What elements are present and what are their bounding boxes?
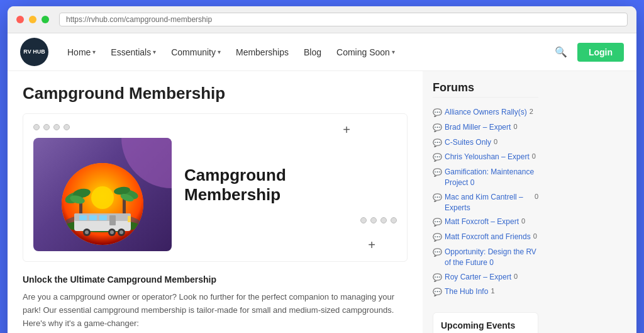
svg-rect-14 [79, 215, 87, 220]
nav-coming-soon[interactable]: Coming Soon ▾ [330, 43, 401, 61]
nav-blog[interactable]: Blog [297, 43, 328, 61]
svg-point-21 [110, 230, 114, 234]
article-subtitle: Unlock the Ultimate Campground Membershi… [23, 274, 408, 285]
chat-icon: 💬 [433, 273, 442, 283]
nav-home[interactable]: Home ▾ [61, 43, 102, 61]
forum-item[interactable]: 💬 Matt Foxcroft and Friends 0 [433, 230, 538, 245]
slider-dot-b4[interactable] [391, 217, 397, 223]
nav-bar: RV HUB Home ▾ Essentials ▾ Community ▾ M… [8, 33, 636, 71]
decorative-plus-bottom: + [368, 238, 375, 252]
chevron-down-icon: ▾ [92, 48, 96, 55]
slider-inner: + Campground Membership + [33, 138, 397, 251]
forums-section-title: Forums [433, 81, 538, 98]
chat-icon: 💬 [433, 247, 442, 258]
page-title: Campground Membership [23, 84, 408, 103]
slider-dot-4[interactable] [64, 124, 70, 130]
svg-rect-24 [128, 216, 131, 222]
chat-icon: 💬 [433, 108, 442, 118]
chat-icon: 💬 [433, 167, 442, 178]
svg-point-1 [91, 186, 114, 209]
svg-rect-16 [99, 215, 107, 220]
chat-icon: 💬 [433, 123, 442, 133]
slider-text-area: + Campground Membership + [184, 166, 397, 223]
svg-rect-15 [89, 215, 97, 220]
forum-item[interactable]: 💬 Opportunity: Design the RV of the Futu… [433, 245, 538, 270]
events-title: Upcoming Events [441, 320, 530, 330]
chat-icon: 💬 [433, 232, 442, 243]
chat-icon: 💬 [433, 152, 442, 163]
slider-dot-1[interactable] [33, 124, 40, 130]
decorative-plus-top: + [343, 123, 350, 137]
nav-actions: 🔍 Login [552, 43, 624, 62]
forum-item[interactable]: 💬 The Hub Info 1 [433, 285, 538, 300]
nav-memberships[interactable]: Memberships [230, 43, 295, 61]
slider-dots-top [33, 124, 397, 130]
rv-circle [62, 163, 143, 245]
site-logo: RV HUB [20, 38, 48, 66]
slider-dots-bottom [184, 217, 397, 223]
logo-area: RV HUB [20, 38, 48, 66]
address-bar[interactable]: https://rvhub.com/campground-membership [59, 13, 628, 26]
search-button[interactable]: 🔍 [552, 43, 570, 60]
forum-item[interactable]: 💬 Brad Miller – Expert 0 [433, 120, 538, 135]
chat-icon: 💬 [433, 138, 442, 149]
close-dot[interactable] [16, 16, 24, 23]
browser-window: https://rvhub.com/campground-membership … [8, 6, 636, 333]
slider-dot-b3[interactable] [380, 217, 387, 223]
chevron-down-icon: ▾ [153, 48, 156, 55]
slider-heading: Campground Membership [184, 166, 397, 205]
article-body: Are you a campground owner or operator? … [23, 291, 408, 330]
nav-links: Home ▾ Essentials ▾ Community ▾ Membersh… [61, 43, 552, 61]
chevron-down-icon: ▾ [218, 48, 221, 55]
login-button[interactable]: Login [577, 43, 624, 62]
minimize-dot[interactable] [29, 16, 36, 23]
browser-chrome: https://rvhub.com/campground-membership [8, 6, 636, 33]
slider-image [33, 138, 172, 251]
forum-item[interactable]: 💬 Alliance Owners Rally(s) 2 [433, 105, 538, 120]
slider-dot-3[interactable] [53, 124, 60, 130]
maximize-dot[interactable] [42, 16, 49, 23]
nav-community[interactable]: Community ▾ [165, 43, 227, 61]
forum-list: 💬 Alliance Owners Rally(s) 2 💬 Brad Mill… [433, 105, 538, 300]
main-content: Campground Membership [8, 71, 423, 333]
slider-dot-b1[interactable] [360, 217, 367, 223]
nav-essentials[interactable]: Essentials ▾ [104, 43, 162, 61]
sidebar: Forums 💬 Alliance Owners Rally(s) 2 💬 Br… [423, 71, 548, 333]
chat-icon: 💬 [433, 193, 442, 203]
chat-icon: 💬 [433, 217, 442, 228]
forum-item[interactable]: 💬 Chris Yeloushan – Expert 0 [433, 150, 538, 165]
forum-item[interactable]: 💬 Matt Foxcroft – Expert 0 [433, 215, 538, 230]
chevron-down-icon: ▾ [392, 48, 395, 55]
slider-dot-2[interactable] [43, 124, 50, 130]
events-box: Upcoming Events AUG 11 August 11 – Augus… [433, 312, 538, 333]
chat-icon: 💬 [433, 287, 442, 298]
forum-item[interactable]: 💬 Mac and Kim Cantrell – Experts 0 [433, 190, 538, 215]
forum-item[interactable]: 💬 C-Suites Only 0 [433, 135, 538, 150]
svg-point-23 [119, 230, 123, 234]
slider-dot-b2[interactable] [370, 217, 377, 223]
svg-point-19 [85, 230, 89, 234]
hero-slider: + Campground Membership + [23, 113, 408, 262]
forum-item[interactable]: 💬 Gamification: Maintenance Project 0 [433, 165, 538, 190]
forum-item[interactable]: 💬 Roy Carter – Expert 0 [433, 270, 538, 285]
page-content: Campground Membership [8, 71, 636, 333]
svg-rect-17 [109, 215, 116, 225]
